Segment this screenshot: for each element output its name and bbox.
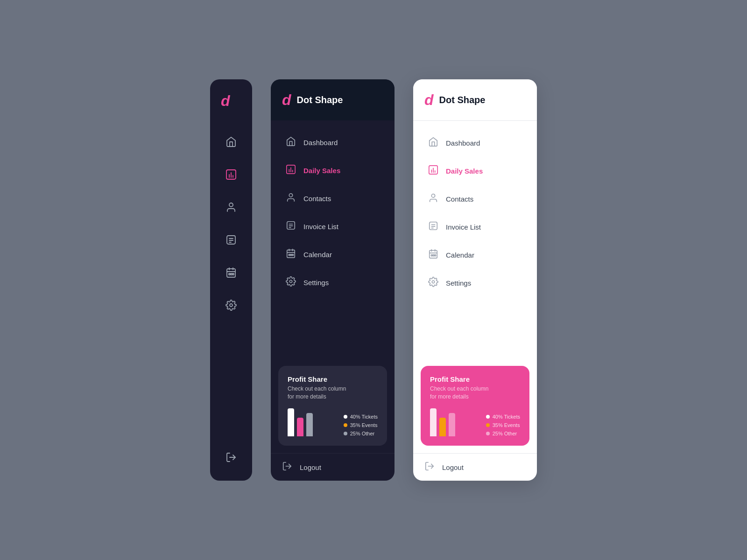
legend-other-light: 25% Other bbox=[486, 431, 520, 436]
svg-rect-45 bbox=[430, 251, 437, 259]
legend-label-other-dark: 25% Other bbox=[350, 431, 375, 436]
sidebar-icon-dashboard[interactable] bbox=[222, 133, 240, 151]
legend-label-tickets-dark: 40% Tickets bbox=[350, 414, 378, 420]
invoice-icon-light bbox=[428, 221, 438, 233]
sidebar-icon-calendar[interactable] bbox=[222, 263, 240, 282]
nav-item-dashboard-dark[interactable]: Dashboard bbox=[278, 130, 387, 155]
sidebar-icon-invoice-list[interactable] bbox=[222, 231, 240, 249]
svg-rect-5 bbox=[227, 236, 235, 244]
nav-label-calendar-light: Calendar bbox=[446, 251, 474, 259]
svg-rect-49 bbox=[431, 255, 432, 256]
logout-label-light: Logout bbox=[442, 463, 464, 471]
nav-label-invoice-light: Invoice List bbox=[446, 223, 481, 231]
profit-card-light: Profit Share Check out each columnfor mo… bbox=[421, 366, 529, 446]
svg-point-22 bbox=[289, 194, 292, 197]
legend-dot-other-light bbox=[486, 432, 490, 435]
nav-label-dashboard-light: Dashboard bbox=[446, 139, 480, 147]
svg-rect-32 bbox=[290, 254, 292, 256]
svg-rect-51 bbox=[435, 255, 436, 256]
nav-item-settings-dark[interactable]: Settings bbox=[278, 270, 387, 295]
legend-tickets-light: 40% Tickets bbox=[486, 414, 520, 420]
legend-dot-tickets-light bbox=[486, 415, 490, 419]
nav-label-daily-sales-light: Daily Sales bbox=[446, 167, 483, 175]
legend-dot-tickets-dark bbox=[344, 415, 347, 419]
nav-item-invoice-list-dark[interactable]: Invoice List bbox=[278, 214, 387, 239]
nav-item-contacts-dark[interactable]: Contacts bbox=[278, 186, 387, 211]
bars-group-dark bbox=[288, 408, 313, 436]
dashboard-icon-light bbox=[428, 137, 438, 149]
logo-symbol-dark: d bbox=[282, 92, 291, 107]
sidebar-light-header: d Dot Shape bbox=[413, 79, 537, 121]
nav-section-light: Dashboard Daily Sales Cont bbox=[413, 121, 537, 366]
dashboard-icon-dark bbox=[286, 136, 296, 148]
svg-rect-31 bbox=[289, 254, 290, 256]
profit-card-title-light: Profit Share bbox=[430, 375, 520, 383]
nav-item-calendar-light[interactable]: Calendar bbox=[421, 242, 529, 267]
legend-dot-events-dark bbox=[344, 423, 347, 427]
logo-icon-only: d bbox=[221, 93, 241, 114]
bar-1-light bbox=[430, 408, 437, 436]
legend-events-dark: 35% Events bbox=[344, 422, 378, 428]
profit-chart-dark: 40% Tickets 35% Events 25% Other bbox=[288, 408, 378, 436]
bar-3-dark bbox=[306, 413, 313, 436]
profit-card-dark: Profit Share Check out each columnfor mo… bbox=[278, 366, 387, 446]
svg-rect-13 bbox=[229, 273, 230, 275]
invoice-icon-dark bbox=[286, 220, 296, 232]
nav-label-settings-dark: Settings bbox=[303, 279, 329, 287]
settings-icon-light bbox=[428, 277, 438, 289]
profit-chart-light: 40% Tickets 35% Events 25% Other bbox=[430, 408, 520, 436]
nav-label-calendar-dark: Calendar bbox=[303, 251, 332, 259]
sidebar-icon-settings[interactable] bbox=[222, 296, 240, 315]
nav-item-settings-light[interactable]: Settings bbox=[421, 270, 529, 295]
nav-item-calendar-dark[interactable]: Calendar bbox=[278, 242, 387, 267]
legend-label-events-dark: 35% Events bbox=[350, 422, 378, 428]
logout-label-dark: Logout bbox=[300, 463, 321, 471]
bar-2-light bbox=[439, 418, 446, 436]
bar-1-dark bbox=[288, 408, 294, 436]
nav-icons-group bbox=[222, 133, 240, 448]
contacts-icon-dark bbox=[286, 192, 296, 204]
contacts-icon-light bbox=[428, 193, 438, 205]
sidebar-icon-logout[interactable] bbox=[222, 448, 240, 467]
profit-card-desc-light: Check out each columnfor more details bbox=[430, 385, 520, 401]
legend-label-other-light: 25% Other bbox=[493, 431, 517, 436]
nav-item-daily-sales-dark[interactable]: Daily Sales bbox=[278, 158, 387, 183]
svg-rect-33 bbox=[292, 254, 294, 256]
nav-item-daily-sales-light[interactable]: Daily Sales bbox=[421, 158, 529, 183]
sidebar-icon-daily-sales[interactable] bbox=[222, 165, 240, 184]
svg-rect-9 bbox=[227, 269, 235, 277]
sidebar-icon-only: d bbox=[210, 79, 252, 481]
nav-label-daily-sales-dark: Daily Sales bbox=[303, 167, 340, 175]
svg-rect-15 bbox=[233, 273, 234, 275]
logout-section-light[interactable]: Logout bbox=[413, 453, 537, 481]
nav-section-dark: Dashboard Daily Sales Cont bbox=[271, 120, 395, 366]
daily-sales-icon-dark bbox=[286, 164, 296, 176]
nav-label-contacts-dark: Contacts bbox=[303, 195, 331, 203]
calendar-icon-light bbox=[428, 249, 438, 261]
logout-section-dark[interactable]: Logout bbox=[271, 453, 395, 481]
logout-icon-light bbox=[424, 461, 435, 473]
sidebar-icon-contacts[interactable] bbox=[222, 198, 240, 217]
legend-dot-other-dark bbox=[344, 432, 347, 435]
legend-other-dark: 25% Other bbox=[344, 431, 378, 436]
nav-item-contacts-light[interactable]: Contacts bbox=[421, 186, 529, 211]
daily-sales-icon-light bbox=[428, 165, 438, 177]
legend-group-light: 40% Tickets 35% Events 25% Other bbox=[486, 414, 520, 436]
legend-events-light: 35% Events bbox=[486, 422, 520, 428]
settings-icon-dark bbox=[286, 276, 296, 288]
svg-point-16 bbox=[230, 304, 233, 307]
svg-rect-41 bbox=[430, 222, 437, 230]
legend-label-events-light: 35% Events bbox=[493, 422, 520, 428]
svg-point-34 bbox=[289, 280, 292, 283]
logout-icon-dark bbox=[282, 461, 292, 473]
nav-item-invoice-list-light[interactable]: Invoice List bbox=[421, 214, 529, 239]
svg-point-4 bbox=[229, 203, 233, 207]
sidebar-labeled-dark: d Dot Shape Dashboard bbox=[271, 79, 395, 481]
nav-item-dashboard-light[interactable]: Dashboard bbox=[421, 130, 529, 155]
nav-label-contacts-light: Contacts bbox=[446, 195, 473, 203]
svg-rect-27 bbox=[287, 250, 295, 258]
brand-name-light: Dot Shape bbox=[439, 95, 486, 105]
svg-point-40 bbox=[431, 194, 435, 197]
sidebar-dark-header: d Dot Shape bbox=[271, 79, 395, 120]
legend-tickets-dark: 40% Tickets bbox=[344, 414, 378, 420]
